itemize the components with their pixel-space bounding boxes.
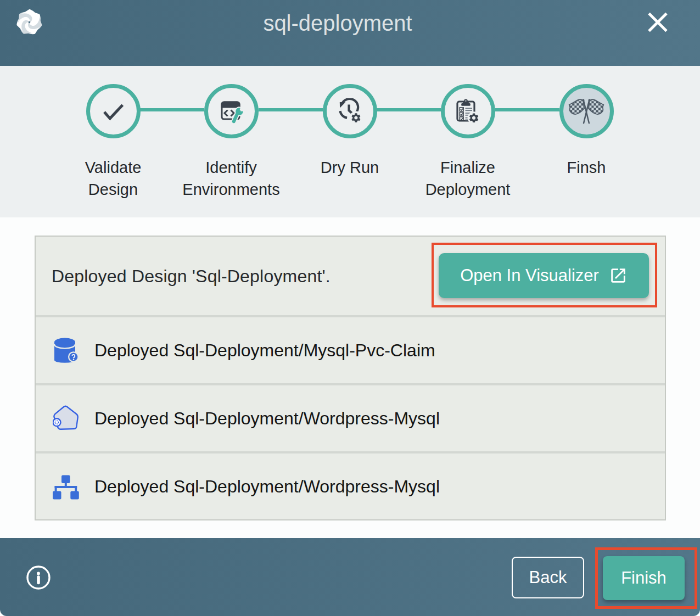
modal-title: sql-deployment (263, 12, 412, 34)
results-panel: Deployed Design 'Sql-Deployment'. Open I… (0, 217, 700, 538)
back-button[interactable]: Back (512, 557, 584, 598)
modal-footer: Back Finish (0, 538, 700, 616)
step-identify-environments[interactable]: Identify Environments (172, 66, 290, 200)
modal-header: sql-deployment (0, 0, 700, 66)
pentagon-icon (53, 405, 80, 432)
step-circle (323, 84, 377, 138)
topology-icon (53, 473, 79, 500)
deployment-result-row: Deployed Sql-Deployment/Wordpress-Mysql (36, 453, 665, 519)
step-label: Finalize Deployment (416, 156, 520, 200)
close-icon[interactable] (647, 12, 668, 33)
deployment-result-text: Deployed Sql-Deployment/Wordpress-Mysql (94, 477, 440, 497)
deployment-result-row: Deployed Sql-Deployment/Mysql-Pvc-Claim (36, 317, 665, 383)
annotation-rectangle (432, 243, 657, 307)
step-circle (441, 84, 495, 138)
step-label: Finsh (534, 156, 639, 178)
check-icon (99, 98, 127, 125)
step-circle (86, 84, 141, 138)
deployment-result-row: Deployed Sql-Deployment/Wordpress-Mysql (36, 385, 665, 451)
step-label: Identify Environments (179, 156, 283, 200)
deployment-wizard-modal: sql-deployment Validate Design (0, 0, 700, 616)
history-gear-icon (337, 98, 363, 125)
step-dry-run[interactable]: Dry Run (290, 66, 409, 178)
deployment-result-text: Deployed Sql-Deployment/Wordpress-Mysql (94, 408, 440, 429)
clipboard-gear-icon (455, 98, 481, 125)
code-window-wrench-icon (218, 98, 244, 125)
deployment-results-list: Deployed Design 'Sql-Deployment'. Open I… (35, 236, 666, 520)
step-finalize-deployment[interactable]: Finalize Deployment (408, 66, 527, 200)
checkered-flags-icon (568, 99, 605, 124)
deployment-result-text: Deployed Sql-Deployment/Mysql-Pvc-Claim (94, 340, 435, 361)
info-icon[interactable] (26, 565, 51, 590)
step-circle (204, 84, 259, 138)
step-label: Validate Design (61, 156, 165, 200)
step-validate-design[interactable]: Validate Design (54, 66, 172, 200)
annotation-rectangle (595, 547, 697, 609)
design-result-text: Deployed Design 'Sql-Deployment'. (52, 266, 331, 286)
database-icon (53, 337, 78, 363)
design-result-row: Deployed Design 'Sql-Deployment'. Open I… (36, 237, 665, 315)
step-label: Dry Run (298, 156, 402, 178)
step-finish[interactable]: Finsh (527, 66, 646, 178)
deployment-stepper: Validate Design Identify Environments (0, 66, 700, 217)
meshery-logo-icon (16, 9, 43, 36)
step-circle-active (559, 84, 614, 138)
